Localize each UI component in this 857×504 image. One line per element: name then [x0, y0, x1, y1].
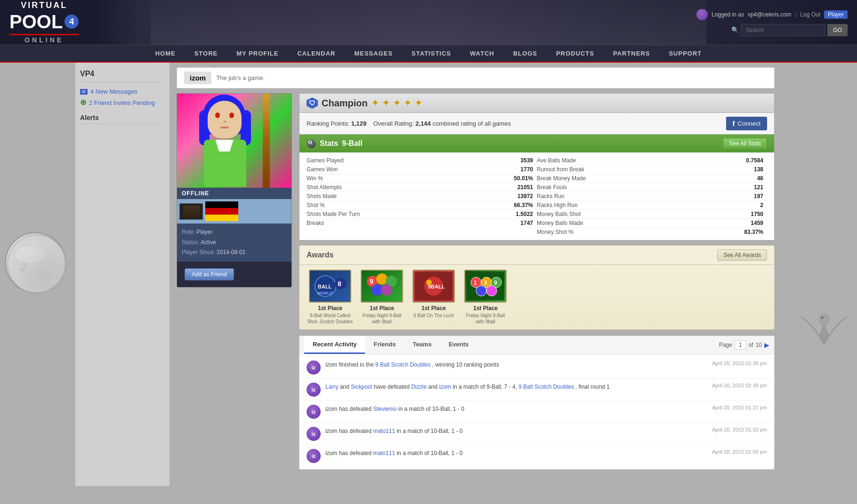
status-row: Status: Active: [182, 238, 287, 248]
ball-icon: 🎱: [307, 139, 316, 148]
profile-image-area: OFFLINE Role: Player Status:: [177, 93, 292, 288]
tab-teams[interactable]: Teams: [404, 336, 440, 354]
svg-text:2: 2: [20, 261, 26, 273]
svg-point-1: [16, 246, 44, 263]
logo-area: VIRTUAL POOL 4 ONLINE: [9, 0, 79, 44]
nav-watch[interactable]: WATCH: [461, 45, 504, 62]
link-steviemo[interactable]: Steviemo: [373, 406, 396, 412]
status-value: Active: [201, 239, 216, 246]
activity-item-4: iz izom has defeated mato111 in a match …: [299, 423, 774, 445]
rank-title: Champion: [322, 98, 368, 109]
offline-status: OFFLINE: [177, 188, 291, 199]
logo: VIRTUAL POOL 4 ONLINE: [9, 0, 79, 44]
activity-text-4: izom has defeated mato111 in a match of …: [325, 427, 687, 435]
award-desc-4: Friday Night 9-Ball with 9ball: [462, 312, 509, 325]
total-pages: 10: [756, 342, 762, 348]
messages-link[interactable]: 4 New Messages: [90, 88, 137, 95]
award-place-1: 1st Place: [307, 305, 354, 312]
star-4: ✦: [404, 98, 411, 108]
nav-calendar[interactable]: CALENDAR: [288, 45, 345, 62]
invites-link[interactable]: 2 Friend Invites Pending: [89, 99, 155, 106]
nav-home[interactable]: HOME: [146, 45, 185, 62]
next-page-arrow[interactable]: ▶: [764, 341, 769, 349]
award-item-4: 1 3 9 1st Place Friday Night 9-Ball with…: [462, 270, 509, 325]
text-match-details-2: in a match of 9-Ball, 7 - 4,: [453, 384, 518, 390]
link-9ball-scotch-2[interactable]: 9 Ball Scotch Doubles: [518, 384, 574, 390]
nav-statistics[interactable]: STATISTICS: [402, 45, 461, 62]
svg-text:3: 3: [484, 280, 487, 286]
stats-grid: Games Played 3539 Games Won 1770 Win % 5…: [299, 152, 774, 240]
link-izom-2[interactable]: izom: [439, 384, 451, 390]
link-9ball-scotch[interactable]: 9 Ball Scotch Doubles: [375, 361, 430, 368]
tab-recent-activity[interactable]: Recent Activity: [304, 336, 365, 354]
link-mato111-5[interactable]: mato111: [373, 450, 395, 456]
activity-avatar-1: iz: [307, 360, 321, 375]
star-5: ✦: [415, 98, 422, 108]
tab-events[interactable]: Events: [440, 336, 477, 354]
search-input[interactable]: [741, 24, 825, 36]
profile-card: OFFLINE Role: Player Status:: [177, 93, 292, 470]
nav-partners[interactable]: PARTNERS: [604, 45, 660, 62]
award-desc-2: Friday Night 9-Ball with 9ball: [358, 312, 405, 325]
link-sickpool[interactable]: Sickpool: [351, 384, 372, 390]
text-and: and: [340, 384, 351, 390]
logo-virtual: VIRTUAL: [9, 0, 79, 11]
nav-support[interactable]: SUPPORT: [659, 45, 711, 62]
stat-money-balls-shot: Money Balls Shot 1750: [537, 210, 767, 219]
link-dizzle[interactable]: Dizzle: [411, 384, 427, 390]
stat-break-fouls: Break Fouls 121: [537, 183, 767, 192]
activity-item-1: iz izom finished in the 9 Ball Scotch Do…: [299, 357, 774, 379]
nav-blogs[interactable]: BLOGS: [504, 45, 547, 62]
svg-point-17: [426, 280, 432, 285]
sidebar-item-invites[interactable]: ⊕ 2 Friend Invites Pending: [80, 97, 165, 108]
add-friend-button[interactable]: Add as Friend: [185, 268, 234, 280]
sidebar-item-messages[interactable]: ✉ 4 New Messages: [80, 86, 165, 97]
sidebar: VP4 ✉ 4 New Messages ⊕ 2 Friend Invites …: [75, 63, 170, 486]
text-round: , final round 1: [575, 384, 610, 390]
add-friend-area: Add as Friend: [177, 262, 291, 287]
overall-rating-value: 2,144: [415, 120, 431, 127]
user-email: vp4@celeris.com: [748, 11, 791, 18]
activity-time-1: April 20, 2015 02:39 pm: [692, 360, 767, 366]
award-image-4: 1 3 9: [464, 270, 507, 303]
nav-my-profile[interactable]: MY PROFILE: [227, 45, 288, 62]
star-3: ✦: [393, 98, 400, 108]
award-item-1: BALL WORLD 8 1st Place 8-Ball World Call…: [307, 270, 354, 325]
nav-products[interactable]: PRODUCTS: [547, 45, 604, 62]
activity-item-3: iz izom has defeated Steviemo in a match…: [299, 401, 774, 423]
stat-money-shot-pct: Money Shot % 83.37%: [537, 228, 767, 236]
user-info-bar: Logged in as vp4@celeris.com | Log Out P…: [696, 9, 848, 20]
text-izom-5: izom has defeated: [325, 450, 373, 456]
stat-ave-balls: Ave Balls Made 0.7584: [537, 156, 767, 165]
nav-store[interactable]: STORE: [185, 45, 227, 62]
member-since-row: Player Since: 2014-08-01: [182, 248, 287, 258]
stat-breaks: Breaks 1747: [307, 219, 537, 227]
text-and2: and: [428, 384, 439, 390]
stats-header: 🎱 Stats 9-Ball See All Stats: [299, 135, 774, 152]
stat-games-played: Games Played 3539: [307, 156, 537, 165]
nav-messages[interactable]: MESSAGES: [345, 45, 402, 62]
fb-connect-label: Connect: [738, 120, 760, 127]
profile-details: Role: Player Status: Active Player Since…: [177, 224, 291, 262]
link-larry[interactable]: Larry: [325, 384, 338, 390]
activity-item-2: iz Larry and Sickpool have defeated Dizz…: [299, 379, 774, 401]
alerts-title: Alerts: [80, 114, 165, 124]
logout-link[interactable]: Log Out: [800, 11, 820, 18]
see-all-awards-button[interactable]: See All Awards: [717, 249, 767, 261]
stats-box: 🎱 Stats 9-Ball See All Stats Games Playe…: [299, 135, 775, 240]
fb-connect-button[interactable]: f Connect: [726, 117, 767, 130]
alerts-section: Alerts: [80, 114, 165, 124]
see-all-stats-button[interactable]: See All Stats: [723, 138, 767, 149]
fb-icon: f: [733, 120, 735, 128]
ranking-bar: Ranking Points: 1,129 Overall Rating: 2,…: [299, 113, 775, 135]
tab-friends[interactable]: Friends: [365, 336, 404, 354]
go-button[interactable]: GO: [827, 24, 848, 36]
link-mato111-4[interactable]: mato111: [373, 428, 395, 434]
award-place-2: 1st Place: [358, 305, 405, 312]
header-right: Logged in as vp4@celeris.com | Log Out P…: [696, 9, 848, 36]
award-desc-3: 6 Ball On The Loch: [410, 312, 457, 319]
page-label: Page: [719, 342, 732, 348]
logo-pool: POOL: [9, 10, 63, 33]
text-static-2: , winning 10 ranking points: [432, 361, 499, 368]
page-number: 1: [735, 340, 746, 350]
